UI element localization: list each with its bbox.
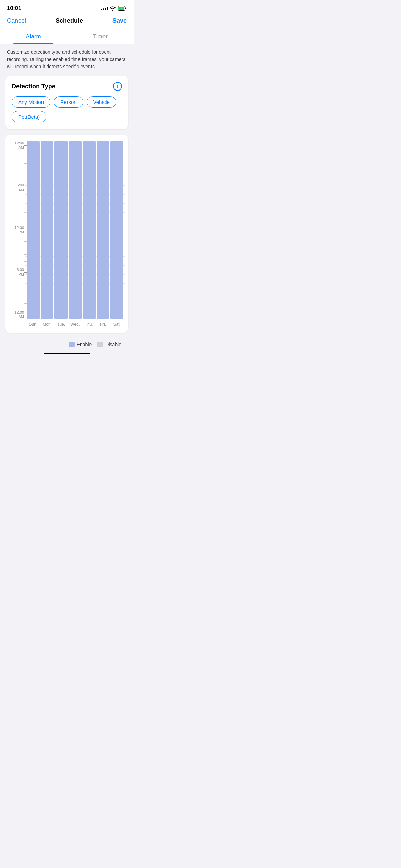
day-col-wed[interactable] bbox=[69, 141, 82, 319]
save-button[interactable]: Save bbox=[112, 17, 127, 24]
enable-swatch bbox=[69, 342, 75, 347]
battery-icon bbox=[118, 6, 127, 11]
day-label-sun: Sun. bbox=[27, 322, 40, 327]
status-time: 10:01 bbox=[7, 5, 21, 12]
schedule-chart-card: 12:00AM 6:00AM 12:00PM 6:00PM 12:00AM bbox=[5, 135, 128, 333]
time-label-6am: 6:00AM bbox=[5, 183, 24, 192]
detection-type-card: Detection Type ! Any Motion Person Vehic… bbox=[5, 76, 128, 129]
vehicle-button[interactable]: Vehicle bbox=[87, 96, 116, 108]
detection-type-title: Detection Type bbox=[12, 83, 56, 90]
detection-info-icon[interactable]: ! bbox=[113, 82, 122, 91]
detection-buttons-group: Any Motion Person Vehicle Pet(Beta) bbox=[12, 96, 122, 122]
time-label-12am-top: 12:00AM bbox=[5, 141, 24, 150]
day-label-mon: Mon. bbox=[41, 322, 54, 327]
description-text: Customize detection type and schedule fo… bbox=[0, 44, 134, 76]
status-bar: 10:01 bbox=[0, 0, 134, 14]
disable-swatch bbox=[97, 342, 103, 347]
home-bar bbox=[44, 353, 90, 354]
day-col-tue[interactable] bbox=[54, 141, 68, 319]
day-col-thu[interactable] bbox=[83, 141, 96, 319]
any-motion-button[interactable]: Any Motion bbox=[12, 96, 50, 108]
signal-icon bbox=[101, 6, 108, 10]
tab-alarm[interactable]: Alarm bbox=[0, 29, 67, 44]
home-indicator bbox=[0, 347, 134, 357]
day-col-fri[interactable] bbox=[97, 141, 110, 319]
time-label-6pm: 6:00PM bbox=[5, 268, 24, 277]
time-label-12am-bottom: 12:00AM bbox=[5, 310, 24, 319]
page-title: Schedule bbox=[56, 17, 83, 24]
wifi-icon bbox=[110, 6, 116, 11]
day-label-thu: Thu. bbox=[83, 322, 96, 327]
day-label-sat: Sat. bbox=[110, 322, 123, 327]
day-col-sat[interactable] bbox=[110, 141, 123, 319]
day-columns bbox=[25, 141, 125, 319]
day-labels: Sun. Mon. Tue. Wed. Thu. Fri. Sat. bbox=[25, 319, 125, 327]
day-col-mon[interactable] bbox=[41, 141, 54, 319]
nav-bar: Cancel Schedule Save bbox=[0, 14, 134, 29]
cancel-button[interactable]: Cancel bbox=[7, 17, 26, 24]
grid-and-bars bbox=[25, 141, 125, 319]
status-icons bbox=[101, 6, 127, 11]
svg-rect-1 bbox=[125, 7, 126, 9]
chart-area: 12:00AM 6:00AM 12:00PM 6:00PM 12:00AM bbox=[5, 141, 125, 319]
legend: Enable Disable bbox=[5, 338, 128, 347]
time-axis: 12:00AM 6:00AM 12:00PM 6:00PM 12:00AM bbox=[5, 141, 25, 319]
person-button[interactable]: Person bbox=[54, 96, 83, 108]
day-label-wed: Wed. bbox=[69, 322, 82, 327]
tabs-container: Alarm Timer bbox=[0, 29, 134, 44]
legend-disable: Disable bbox=[97, 342, 121, 347]
detection-type-header: Detection Type ! bbox=[12, 82, 122, 91]
tab-timer[interactable]: Timer bbox=[67, 29, 134, 44]
enable-label: Enable bbox=[77, 342, 92, 347]
day-label-fri: Fri. bbox=[97, 322, 110, 327]
time-label-12pm: 12:00PM bbox=[5, 226, 24, 234]
disable-label: Disable bbox=[105, 342, 121, 347]
legend-enable: Enable bbox=[69, 342, 92, 347]
day-col-sun[interactable] bbox=[27, 141, 40, 319]
pet-beta-button[interactable]: Pet(Beta) bbox=[12, 111, 46, 122]
day-label-tue: Tue. bbox=[54, 322, 68, 327]
